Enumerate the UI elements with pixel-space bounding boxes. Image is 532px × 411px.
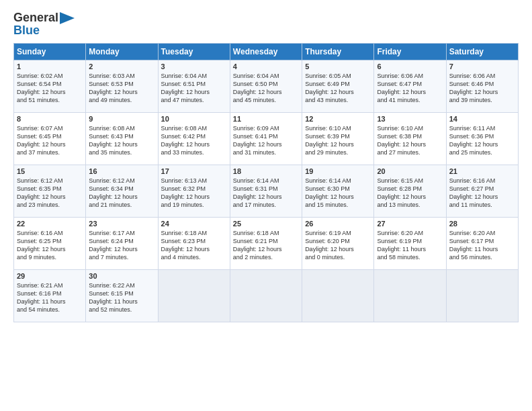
calendar-cell: 11Sunrise: 6:09 AM Sunset: 6:41 PM Dayli… xyxy=(230,113,302,165)
day-info: Sunrise: 6:19 AM Sunset: 6:20 PM Dayligh… xyxy=(305,230,354,261)
calendar-cell: 7Sunrise: 6:06 AM Sunset: 6:46 PM Daylig… xyxy=(446,60,518,113)
day-number: 26 xyxy=(305,220,371,228)
calendar-cell: 10Sunrise: 6:08 AM Sunset: 6:42 PM Dayli… xyxy=(158,113,230,165)
day-number: 17 xyxy=(161,167,227,175)
col-monday: Monday xyxy=(86,44,158,60)
day-info: Sunrise: 6:18 AM Sunset: 6:23 PM Dayligh… xyxy=(161,230,210,261)
svg-marker-0 xyxy=(60,12,75,24)
day-number: 16 xyxy=(89,167,154,175)
day-info: Sunrise: 6:04 AM Sunset: 6:51 PM Dayligh… xyxy=(161,73,210,103)
calendar-cell xyxy=(446,270,518,322)
calendar-cell: 23Sunrise: 6:17 AM Sunset: 6:24 PM Dayli… xyxy=(86,218,158,270)
day-number: 13 xyxy=(377,115,443,123)
day-number: 8 xyxy=(17,115,83,123)
calendar-cell: 13Sunrise: 6:10 AM Sunset: 6:38 PM Dayli… xyxy=(374,113,446,165)
day-number: 14 xyxy=(449,115,515,123)
day-number: 20 xyxy=(377,167,443,175)
day-number: 1 xyxy=(17,62,83,71)
calendar-row: 1Sunrise: 6:02 AM Sunset: 6:54 PM Daylig… xyxy=(14,60,519,113)
calendar-cell: 5Sunrise: 6:05 AM Sunset: 6:49 PM Daylig… xyxy=(302,60,374,113)
col-tuesday: Tuesday xyxy=(158,44,230,60)
day-number: 6 xyxy=(377,62,443,71)
day-info: Sunrise: 6:04 AM Sunset: 6:50 PM Dayligh… xyxy=(233,73,282,103)
logo-general: General xyxy=(13,11,58,25)
calendar-cell: 17Sunrise: 6:13 AM Sunset: 6:32 PM Dayli… xyxy=(158,165,230,218)
calendar-cell: 29Sunrise: 6:21 AM Sunset: 6:16 PM Dayli… xyxy=(14,270,86,322)
day-info: Sunrise: 6:06 AM Sunset: 6:46 PM Dayligh… xyxy=(449,73,498,103)
day-number: 12 xyxy=(305,115,371,123)
calendar-cell: 6Sunrise: 6:06 AM Sunset: 6:47 PM Daylig… xyxy=(374,60,446,113)
calendar-cell: 26Sunrise: 6:19 AM Sunset: 6:20 PM Dayli… xyxy=(302,218,374,270)
day-number: 21 xyxy=(449,167,515,175)
day-number: 2 xyxy=(89,62,154,71)
col-saturday: Saturday xyxy=(446,44,518,60)
day-number: 3 xyxy=(161,62,227,71)
logo-blue: Blue xyxy=(13,24,40,38)
day-info: Sunrise: 6:21 AM Sunset: 6:16 PM Dayligh… xyxy=(17,282,66,313)
day-info: Sunrise: 6:14 AM Sunset: 6:31 PM Dayligh… xyxy=(233,177,282,208)
day-info: Sunrise: 6:03 AM Sunset: 6:53 PM Dayligh… xyxy=(89,73,138,103)
day-info: Sunrise: 6:06 AM Sunset: 6:47 PM Dayligh… xyxy=(377,73,426,103)
page: General Blue Sunday Monday Tuesday Wedne… xyxy=(0,0,532,411)
day-info: Sunrise: 6:17 AM Sunset: 6:24 PM Dayligh… xyxy=(89,230,138,261)
day-number: 28 xyxy=(449,220,515,228)
day-info: Sunrise: 6:12 AM Sunset: 6:35 PM Dayligh… xyxy=(17,177,66,208)
calendar-row: 22Sunrise: 6:16 AM Sunset: 6:25 PM Dayli… xyxy=(14,218,519,270)
day-number: 4 xyxy=(233,62,299,71)
calendar-row: 15Sunrise: 6:12 AM Sunset: 6:35 PM Dayli… xyxy=(14,165,519,218)
day-number: 22 xyxy=(17,220,83,228)
col-wednesday: Wednesday xyxy=(230,44,302,60)
calendar-cell: 20Sunrise: 6:15 AM Sunset: 6:28 PM Dayli… xyxy=(374,165,446,218)
calendar-cell: 14Sunrise: 6:11 AM Sunset: 6:36 PM Dayli… xyxy=(446,113,518,165)
logo: General Blue xyxy=(13,11,75,38)
day-info: Sunrise: 6:08 AM Sunset: 6:42 PM Dayligh… xyxy=(161,125,210,156)
calendar-cell: 15Sunrise: 6:12 AM Sunset: 6:35 PM Dayli… xyxy=(14,165,86,218)
day-number: 7 xyxy=(449,62,515,71)
calendar-cell: 8Sunrise: 6:07 AM Sunset: 6:45 PM Daylig… xyxy=(14,113,86,165)
calendar-cell xyxy=(230,270,302,322)
day-info: Sunrise: 6:10 AM Sunset: 6:39 PM Dayligh… xyxy=(305,125,354,156)
day-number: 5 xyxy=(305,62,371,71)
header-row: Sunday Monday Tuesday Wednesday Thursday… xyxy=(14,44,519,60)
calendar-cell: 4Sunrise: 6:04 AM Sunset: 6:50 PM Daylig… xyxy=(230,60,302,113)
day-number: 24 xyxy=(161,220,227,228)
calendar-cell: 25Sunrise: 6:18 AM Sunset: 6:21 PM Dayli… xyxy=(230,218,302,270)
day-number: 30 xyxy=(89,272,154,280)
day-info: Sunrise: 6:09 AM Sunset: 6:41 PM Dayligh… xyxy=(233,125,282,156)
day-info: Sunrise: 6:12 AM Sunset: 6:34 PM Dayligh… xyxy=(89,177,138,208)
header: General Blue xyxy=(13,11,519,38)
day-number: 15 xyxy=(17,167,83,175)
calendar-cell xyxy=(374,270,446,322)
calendar-cell: 22Sunrise: 6:16 AM Sunset: 6:25 PM Dayli… xyxy=(14,218,86,270)
day-number: 11 xyxy=(233,115,299,123)
day-info: Sunrise: 6:05 AM Sunset: 6:49 PM Dayligh… xyxy=(305,73,354,103)
col-thursday: Thursday xyxy=(302,44,374,60)
calendar-cell: 28Sunrise: 6:20 AM Sunset: 6:17 PM Dayli… xyxy=(446,218,518,270)
calendar-cell: 12Sunrise: 6:10 AM Sunset: 6:39 PM Dayli… xyxy=(302,113,374,165)
calendar-cell: 1Sunrise: 6:02 AM Sunset: 6:54 PM Daylig… xyxy=(14,60,86,113)
calendar-cell: 21Sunrise: 6:16 AM Sunset: 6:27 PM Dayli… xyxy=(446,165,518,218)
calendar-cell: 9Sunrise: 6:08 AM Sunset: 6:43 PM Daylig… xyxy=(86,113,158,165)
calendar-cell: 2Sunrise: 6:03 AM Sunset: 6:53 PM Daylig… xyxy=(86,60,158,113)
calendar-cell: 27Sunrise: 6:20 AM Sunset: 6:19 PM Dayli… xyxy=(374,218,446,270)
day-info: Sunrise: 6:14 AM Sunset: 6:30 PM Dayligh… xyxy=(305,177,354,208)
day-info: Sunrise: 6:18 AM Sunset: 6:21 PM Dayligh… xyxy=(233,230,282,261)
day-info: Sunrise: 6:16 AM Sunset: 6:27 PM Dayligh… xyxy=(449,177,498,208)
calendar-cell: 30Sunrise: 6:22 AM Sunset: 6:15 PM Dayli… xyxy=(86,270,158,322)
col-friday: Friday xyxy=(374,44,446,60)
day-number: 9 xyxy=(89,115,154,123)
day-info: Sunrise: 6:16 AM Sunset: 6:25 PM Dayligh… xyxy=(17,230,66,261)
calendar-row: 29Sunrise: 6:21 AM Sunset: 6:16 PM Dayli… xyxy=(14,270,519,322)
logo-arrow-icon xyxy=(60,12,75,24)
day-info: Sunrise: 6:15 AM Sunset: 6:28 PM Dayligh… xyxy=(377,177,426,208)
col-sunday: Sunday xyxy=(14,44,86,60)
calendar-table: Sunday Monday Tuesday Wednesday Thursday… xyxy=(13,43,519,322)
day-info: Sunrise: 6:07 AM Sunset: 6:45 PM Dayligh… xyxy=(17,125,66,156)
calendar-cell: 3Sunrise: 6:04 AM Sunset: 6:51 PM Daylig… xyxy=(158,60,230,113)
calendar-cell: 16Sunrise: 6:12 AM Sunset: 6:34 PM Dayli… xyxy=(86,165,158,218)
calendar-row: 8Sunrise: 6:07 AM Sunset: 6:45 PM Daylig… xyxy=(14,113,519,165)
day-info: Sunrise: 6:13 AM Sunset: 6:32 PM Dayligh… xyxy=(161,177,210,208)
day-info: Sunrise: 6:02 AM Sunset: 6:54 PM Dayligh… xyxy=(17,73,66,103)
day-number: 27 xyxy=(377,220,443,228)
day-number: 29 xyxy=(17,272,83,280)
